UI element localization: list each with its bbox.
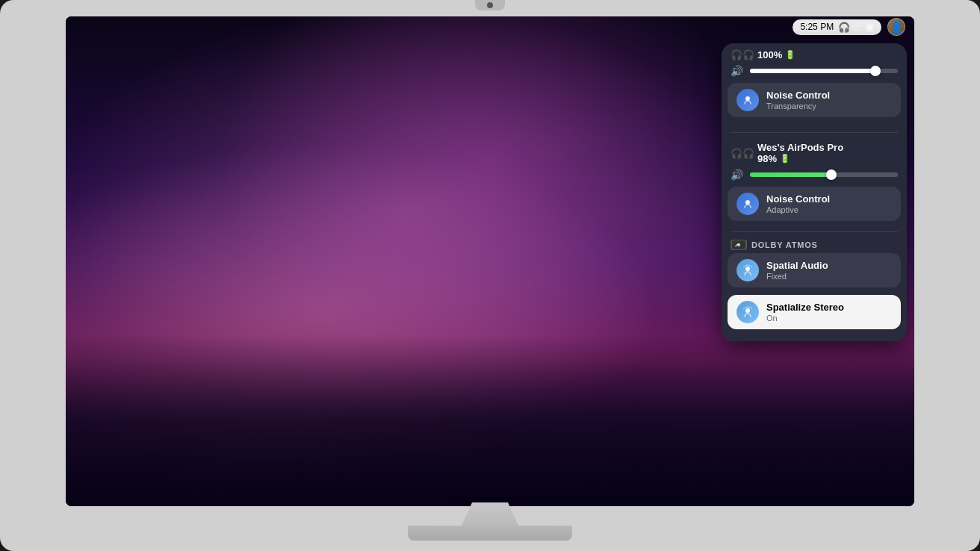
first-device-battery-pct: 100% bbox=[757, 49, 782, 60]
second-noise-control-subtitle: Adaptive bbox=[766, 205, 892, 214]
first-device-volume-fill bbox=[750, 69, 875, 73]
spatialize-stereo-row[interactable]: Spatialize Stereo On bbox=[728, 295, 901, 329]
second-device-volume-thumb[interactable] bbox=[826, 169, 837, 180]
second-device-status: 🎧🎧 Wes's AirPods Pro 98% 🔋 bbox=[731, 142, 843, 164]
clock-time: 5:25 PM bbox=[800, 22, 834, 32]
svg-point-5 bbox=[745, 308, 750, 313]
monitor-shell: 5:25 PM 🎧 ⌂ ▣ 👤 🎧🎧 100% 🔋 bbox=[0, 0, 980, 551]
second-device-slider-row: 🔊 bbox=[722, 166, 907, 187]
second-device-battery-pct: 98% bbox=[757, 153, 777, 164]
first-device-volume-track[interactable] bbox=[750, 69, 898, 73]
spatial-audio-text: Spatial Audio Fixed bbox=[766, 260, 892, 281]
control-panel: 🎧🎧 100% 🔋 🔊 bbox=[722, 43, 907, 341]
first-device-status: 🎧🎧 100% 🔋 bbox=[731, 49, 796, 60]
divider-1 bbox=[731, 132, 898, 133]
second-device-volume-fill bbox=[750, 172, 831, 177]
camera-notch bbox=[475, 0, 505, 10]
airpods-icon-second: 🎧🎧 bbox=[731, 148, 754, 159]
dolby-row: DOLBY ATMOS bbox=[722, 235, 907, 253]
home-menubar-icon: ⌂ bbox=[855, 22, 860, 33]
piano-area bbox=[66, 334, 914, 506]
spatial-audio-icon bbox=[736, 259, 759, 281]
first-noise-control-text: Noise Control Transparency bbox=[766, 90, 892, 111]
second-device-name: Wes's AirPods Pro bbox=[757, 142, 843, 153]
dolby-atmos-label: DOLBY ATMOS bbox=[751, 240, 818, 249]
menu-bar-right: 5:25 PM 🎧 ⌂ ▣ 👤 bbox=[793, 18, 905, 36]
first-device-slider-row: 🔊 bbox=[722, 62, 907, 83]
second-device-battery-icon: 🔋 bbox=[780, 154, 790, 164]
headphones-menubar-icon: 🎧 bbox=[838, 22, 850, 33]
second-noise-control-row[interactable]: Noise Control Adaptive bbox=[728, 187, 901, 221]
second-device-volume-track[interactable] bbox=[750, 172, 898, 177]
spatial-audio-subtitle: Fixed bbox=[766, 272, 892, 281]
airpods-icon-first: 🎧🎧 bbox=[731, 49, 754, 60]
second-noise-control-text: Noise Control Adaptive bbox=[766, 193, 892, 215]
first-noise-control-row[interactable]: Noise Control Transparency bbox=[728, 83, 901, 117]
monitor-stand-base bbox=[408, 526, 572, 541]
first-device-header: 🎧🎧 100% 🔋 bbox=[722, 43, 907, 62]
svg-point-3 bbox=[737, 243, 740, 246]
speaker-icon-first: 🔊 bbox=[731, 65, 744, 77]
svg-point-0 bbox=[745, 96, 750, 101]
svg-point-4 bbox=[745, 267, 750, 271]
spatialize-stereo-text: Spatialize Stereo On bbox=[766, 302, 892, 323]
first-device-section: 🎧🎧 100% 🔋 🔊 bbox=[722, 43, 907, 129]
first-device-volume-thumb[interactable] bbox=[870, 66, 881, 76]
spatial-audio-title: Spatial Audio bbox=[766, 260, 892, 272]
camera-dot bbox=[487, 2, 493, 8]
first-device-battery-icon: 🔋 bbox=[785, 50, 796, 60]
appletv-logo bbox=[731, 240, 747, 250]
second-device-header: 🎧🎧 Wes's AirPods Pro 98% 🔋 bbox=[722, 136, 907, 166]
monitor-stand-neck bbox=[460, 502, 520, 529]
spatial-audio-row[interactable]: Spatial Audio Fixed bbox=[728, 253, 901, 287]
divider-2 bbox=[731, 231, 898, 232]
time-widget[interactable]: 5:25 PM 🎧 ⌂ ▣ bbox=[793, 19, 881, 35]
speaker-icon-second: 🔊 bbox=[731, 169, 744, 181]
first-noise-control-title: Noise Control bbox=[766, 90, 892, 102]
first-noise-control-icon bbox=[736, 89, 759, 111]
second-noise-control-title: Noise Control bbox=[766, 193, 892, 205]
spatialize-stereo-title: Spatialize Stereo bbox=[766, 302, 892, 314]
svg-point-1 bbox=[745, 200, 750, 205]
first-noise-control-subtitle: Transparency bbox=[766, 102, 892, 110]
second-device-section: 🎧🎧 Wes's AirPods Pro 98% 🔋 🔊 bbox=[722, 136, 907, 228]
second-noise-control-icon bbox=[736, 193, 759, 215]
airplay-menubar-icon: ▣ bbox=[865, 22, 874, 33]
spatialize-stereo-icon bbox=[736, 301, 759, 323]
user-avatar[interactable]: 👤 bbox=[887, 18, 905, 36]
screen-bezel: 5:25 PM 🎧 ⌂ ▣ 👤 🎧🎧 100% 🔋 bbox=[66, 16, 914, 506]
spatialize-stereo-subtitle: On bbox=[766, 314, 892, 323]
menu-bar: 5:25 PM 🎧 ⌂ ▣ 👤 bbox=[66, 16, 914, 37]
